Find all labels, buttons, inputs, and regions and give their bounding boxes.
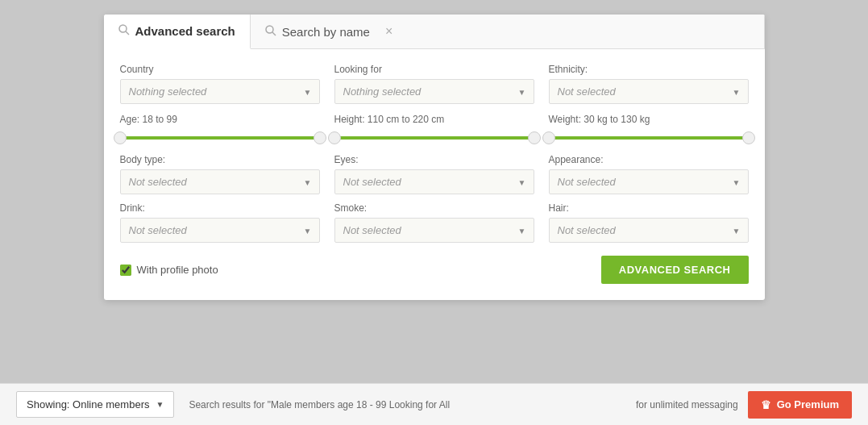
appearance-label: Appearance:	[549, 154, 749, 165]
bodytype-select-wrapper: Not selected	[120, 169, 320, 194]
ethnicity-select-wrapper: Not selected	[549, 79, 749, 104]
profile-photo-checkbox[interactable]	[120, 265, 131, 276]
tabs-row: Advanced search Search by name ×	[104, 15, 765, 49]
svg-line-1	[126, 31, 129, 35]
age-label: Age: 18 to 99	[120, 114, 320, 125]
go-premium-label: Go Premium	[777, 398, 839, 410]
hair-select-wrapper: Not selected	[549, 218, 749, 243]
form-grid: Country Nothing selected Looking for Not…	[120, 64, 749, 104]
weight-slider-track	[549, 136, 749, 140]
close-icon[interactable]: ×	[385, 24, 392, 39]
tab-byname[interactable]: Search by name ×	[251, 15, 765, 48]
age-slider-track	[120, 136, 320, 140]
eyes-select-wrapper: Not selected	[334, 169, 534, 194]
height-slider-track-container	[334, 130, 534, 146]
showing-dropdown[interactable]: Showing: Online members ▼	[16, 391, 174, 418]
weight-slider-track-container	[549, 130, 749, 146]
crown-icon: ♛	[761, 398, 771, 411]
ethnicity-select[interactable]: Not selected	[549, 79, 749, 104]
smoke-label: Smoke:	[334, 202, 534, 214]
drink-group: Drink: Not selected	[120, 202, 320, 243]
tab-content: Country Nothing selected Looking for Not…	[104, 49, 765, 300]
height-slider-thumb-right[interactable]	[528, 131, 541, 144]
height-slider-group: Height: 110 cm to 220 cm	[334, 114, 534, 146]
weight-label: Weight: 30 kg to 130 kg	[549, 114, 749, 125]
profile-photo-checkbox-label[interactable]: With profile photo	[120, 264, 218, 276]
search-results-text: Search results for "Male members age 18 …	[174, 399, 636, 410]
height-slider-track	[334, 136, 534, 140]
age-slider-track-container	[120, 130, 320, 146]
tab-byname-label: Search by name	[282, 25, 370, 39]
drink-label: Drink:	[120, 202, 320, 214]
svg-line-3	[272, 32, 276, 35]
weight-slider-group: Weight: 30 kg to 130 kg	[549, 114, 749, 146]
hair-label: Hair:	[549, 202, 749, 214]
form-grid-2: Body type: Not selected Eyes: Not select…	[120, 154, 749, 194]
appearance-select-wrapper: Not selected	[549, 169, 749, 194]
appearance-group: Appearance: Not selected	[549, 154, 749, 194]
tab-advanced[interactable]: Advanced search	[104, 15, 251, 49]
smoke-select[interactable]: Not selected	[334, 218, 534, 243]
weight-slider-thumb-left[interactable]	[542, 131, 555, 144]
tab-advanced-label: Advanced search	[135, 24, 235, 38]
age-slider-thumb-left[interactable]	[114, 131, 127, 144]
country-select-wrapper: Nothing selected	[120, 79, 320, 104]
lookingfor-select[interactable]: Nothing selected	[334, 79, 534, 104]
search-panel: Advanced search Search by name × Country	[104, 15, 765, 300]
ethnicity-label: Ethnicity:	[549, 64, 749, 75]
weight-slider-thumb-right[interactable]	[742, 131, 755, 144]
age-slider-thumb-right[interactable]	[314, 131, 326, 144]
main-area: Advanced search Search by name × Country	[0, 0, 868, 383]
eyes-group: Eyes: Not selected	[334, 154, 534, 194]
svg-point-2	[266, 26, 273, 33]
appearance-select[interactable]: Not selected	[549, 169, 749, 194]
bodytype-select[interactable]: Not selected	[120, 169, 320, 194]
go-premium-button[interactable]: ♛ Go Premium	[748, 391, 852, 419]
height-slider-thumb-left[interactable]	[328, 131, 341, 144]
eyes-label: Eyes:	[334, 154, 534, 165]
country-group: Country Nothing selected	[120, 64, 320, 104]
height-label: Height: 110 cm to 220 cm	[334, 114, 534, 125]
bodytype-group: Body type: Not selected	[120, 154, 320, 194]
form-grid-3: Drink: Not selected Smoke: Not selected	[120, 202, 749, 243]
country-label: Country	[120, 64, 320, 75]
chevron-down-icon: ▼	[156, 400, 164, 409]
profile-photo-label: With profile photo	[137, 264, 218, 276]
slider-row: Age: 18 to 99 Height: 110 cm to 220 cm	[120, 114, 749, 146]
search-icon-name	[265, 25, 276, 39]
svg-point-0	[119, 25, 127, 32]
lookingfor-select-wrapper: Nothing selected	[334, 79, 534, 104]
footer-row: With profile photo ADVANCED SEARCH	[120, 256, 749, 284]
ethnicity-group: Ethnicity: Not selected	[549, 64, 749, 104]
age-slider-group: Age: 18 to 99	[120, 114, 320, 146]
search-icon-adv	[118, 24, 130, 38]
smoke-select-wrapper: Not selected	[334, 218, 534, 243]
lookingfor-label: Looking for	[334, 64, 534, 75]
drink-select-wrapper: Not selected	[120, 218, 320, 243]
unlimited-text: for unlimited messaging	[636, 399, 748, 410]
bodytype-label: Body type:	[120, 154, 320, 165]
eyes-select[interactable]: Not selected	[334, 169, 534, 194]
hair-group: Hair: Not selected	[549, 202, 749, 243]
smoke-group: Smoke: Not selected	[334, 202, 534, 243]
drink-select[interactable]: Not selected	[120, 218, 320, 243]
lookingfor-group: Looking for Nothing selected	[334, 64, 534, 104]
country-select[interactable]: Nothing selected	[120, 79, 320, 104]
advanced-search-button[interactable]: ADVANCED SEARCH	[601, 256, 749, 284]
hair-select[interactable]: Not selected	[549, 218, 749, 243]
bottom-bar: Showing: Online members ▼ Search results…	[0, 383, 868, 425]
showing-label: Showing: Online members	[27, 398, 149, 410]
